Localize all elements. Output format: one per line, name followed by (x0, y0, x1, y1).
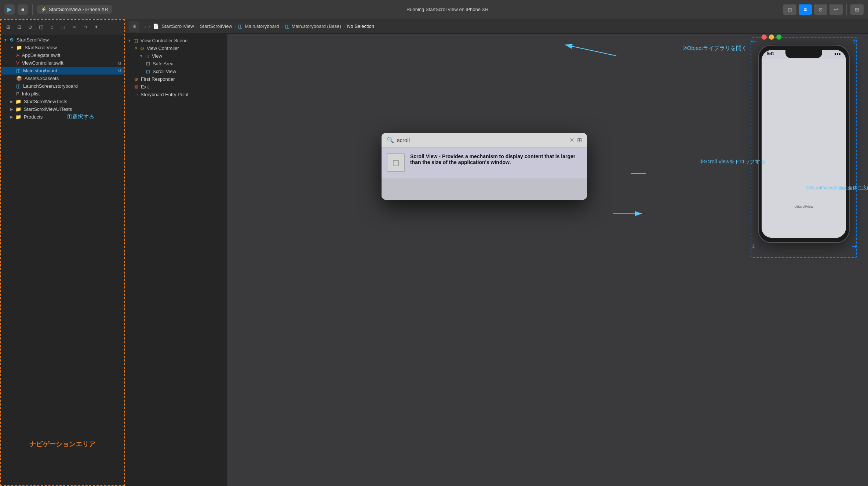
vc-icon: ⊙ (140, 46, 144, 51)
scene-navigator: ▼ ◫ View Controller Scene ▼ ⊙ View Contr… (125, 34, 227, 486)
assets-icon: 📦 (16, 76, 22, 81)
nav-icon-7[interactable]: ≋ (70, 23, 79, 32)
exit-label: Exit (141, 84, 149, 90)
breadcrumb-4[interactable]: Main.storyboard (Base) (292, 23, 341, 29)
folder-icon: 📁 (16, 45, 22, 50)
project-label: StartScrollView (17, 37, 49, 43)
tree-item-launch-storyboard[interactable]: ◫ LaunchScreen.storyboard (1, 82, 124, 90)
fullscreen-button[interactable]: ⊞ (850, 4, 864, 15)
scene-item-entry-point[interactable]: → Storyboard Entry Point (125, 91, 227, 98)
uiscrollview-label: UIScrollView (795, 205, 813, 208)
iphone-content: UIScrollView (762, 59, 846, 238)
iphone-frame: 9:41 ●●● UIScrollView (758, 45, 850, 243)
scene-item-vc[interactable]: ▼ ⊙ View Controller (125, 44, 227, 52)
entry-point-label: Storyboard Entry Point (141, 92, 189, 97)
storyboard-badge: M (118, 69, 121, 73)
maximize-button[interactable] (776, 35, 781, 40)
base-icon: ◫ (285, 23, 289, 29)
object-library-search-input[interactable] (397, 137, 566, 143)
scene-item-vcs[interactable]: ▼ ◫ View Controller Scene (125, 37, 227, 44)
scroll-view-result[interactable]: ◻ Scroll View - Provides a mechanism to … (382, 148, 587, 178)
grid-view-button[interactable]: ⊞ (577, 137, 582, 144)
tree-item-infoplist[interactable]: P Info.plist (1, 90, 124, 98)
tree-item-tests[interactable]: ▶ 📁 StartScrollViewTests (1, 98, 124, 105)
nav-icon-2[interactable]: ⊡ (15, 23, 23, 32)
safe-area-label: Safe Area (153, 61, 174, 66)
main-storyboard-label: Main.storyboard (23, 68, 57, 73)
project-icon: ⚙ (10, 37, 14, 43)
launch-storyboard-label: LaunchScreen.storyboard (23, 83, 78, 89)
window-controls (762, 35, 781, 40)
scene-item-safe-area[interactable]: ⊡ Safe Area (125, 60, 227, 68)
navigator-toggle[interactable]: ⊡ (783, 4, 796, 15)
swift-icon-1: A (16, 52, 19, 58)
breadcrumb-5[interactable]: No Selection (347, 23, 374, 29)
scheme-selector[interactable]: ⚡ StartScrollView › iPhone XR (37, 5, 112, 14)
viewcontroller-label: ViewController.swift (22, 60, 63, 66)
view-icon: ◻ (145, 53, 149, 59)
scene-item-view[interactable]: ▼ ◻ View (125, 52, 227, 60)
tree-item-main-storyboard[interactable]: ◫ Main.storyboard M (1, 67, 124, 75)
tree-item-viewcontroller-file[interactable]: V ViewController.swift M (1, 59, 124, 67)
scene-item-exit[interactable]: ⊠ Exit (125, 83, 227, 91)
tree-item-assets[interactable]: 📦 Assets.xcassets (1, 75, 124, 82)
tree-item-products[interactable]: ▶ 📁 Products (1, 113, 124, 121)
scene-item-first-responder[interactable]: ⊕ First Responder (125, 75, 227, 83)
clear-search-button[interactable]: ✕ (569, 137, 574, 144)
stop-button[interactable]: ■ (18, 4, 28, 15)
canvas-area: 9:41 ●●● UIScrollView ↗ ↗ ↗ ↗ (227, 34, 868, 486)
annotation-3: ③Scroll Viewをドロップする (699, 159, 765, 165)
nav-toolbar-icon-1[interactable]: ⊞ (129, 21, 139, 32)
navigator-sidebar: ⊞ ⊡ ⊙ ◫ ⌂ ◻ ≋ ⊃ ✦ ▼ ⚙ StartScrollView ▼ … (0, 19, 125, 486)
sep-3: › (281, 23, 282, 29)
ui-tests-label: StartScrollViewUITests (24, 106, 72, 112)
scene-item-scroll-view[interactable]: ◻ Scroll View (125, 68, 227, 75)
products-arrow: ▶ (10, 115, 13, 119)
debug-toggle[interactable]: ⊙ (814, 4, 827, 15)
tests-arrow: ▶ (10, 99, 13, 104)
iphone-notch (785, 50, 822, 58)
nav-back[interactable]: ‹ (145, 23, 146, 29)
exit-icon: ⊠ (134, 84, 138, 90)
nav-icon-9[interactable]: ✦ (92, 23, 101, 32)
tree-item-appdelegate[interactable]: A AppDelegate.swift (1, 51, 124, 59)
nav-icon-4[interactable]: ◫ (37, 23, 45, 32)
vc-arrow: ▼ (134, 46, 138, 50)
scroll-view-description: Scroll View - Provides a mechanism to di… (410, 153, 582, 167)
products-folder-icon: 📁 (15, 114, 21, 120)
tests-label: StartScrollViewTests (24, 99, 67, 104)
play-button[interactable]: ▶ (4, 4, 15, 15)
nav-forward[interactable]: › (148, 23, 150, 29)
swift-icon-2: V (16, 60, 19, 66)
tree-item-group-main[interactable]: ▼ 📁 StartScrollView (1, 44, 124, 51)
iphone-mockup: 9:41 ●●● UIScrollView ↗ ↗ ↗ ↗ (758, 45, 850, 243)
vc-label: View Controller (147, 46, 179, 51)
project-arrow: ▼ (4, 38, 7, 42)
close-button[interactable] (762, 35, 767, 40)
breadcrumb-1[interactable]: StartScrollView (162, 23, 194, 29)
inspector-toggle[interactable]: ≡ (799, 4, 812, 15)
nav-icon-1[interactable]: ⊞ (4, 23, 12, 32)
nav-icon-8[interactable]: ⊃ (81, 23, 90, 32)
scroll-view-result-icon: ◻ (387, 153, 405, 172)
breadcrumb-3[interactable]: Main.storyboard (245, 23, 279, 29)
tree-item-project[interactable]: ▼ ⚙ StartScrollView (1, 36, 124, 44)
navigator-toolbar: ⊞ ⊡ ⊙ ◫ ⌂ ◻ ≋ ⊃ ✦ (1, 20, 124, 35)
annotation-4: ④Scroll Viewを画面全体に広げる (806, 184, 864, 192)
tree-item-ui-tests[interactable]: ▶ 📁 StartScrollViewUITests (1, 105, 124, 113)
nav-sep-1: 📄 (153, 23, 159, 29)
entry-point-arrow: → (134, 92, 139, 97)
breadcrumb-2[interactable]: StartScrollView (200, 23, 232, 29)
sep-2: › (234, 23, 236, 29)
minimize-button[interactable] (769, 35, 774, 40)
storyboard-file-icon: ◫ (238, 23, 242, 29)
annotation-select: ①選択する (67, 113, 94, 120)
scroll-view-icon: ◻ (146, 69, 150, 74)
build-status: Running StartScrollView on iPhone XR (115, 7, 780, 12)
nav-icon-5[interactable]: ⌂ (48, 23, 56, 32)
nav-icon-6[interactable]: ◻ (59, 23, 68, 32)
nav-icon-3[interactable]: ⊙ (26, 23, 34, 32)
appdelegate-label: AppDelegate.swift (22, 52, 61, 58)
object-library-popup: 🔍 ✕ ⊞ ◻ Scroll View - Provides a mechani… (382, 133, 587, 200)
assistant-toggle[interactable]: ↩ (829, 4, 843, 15)
